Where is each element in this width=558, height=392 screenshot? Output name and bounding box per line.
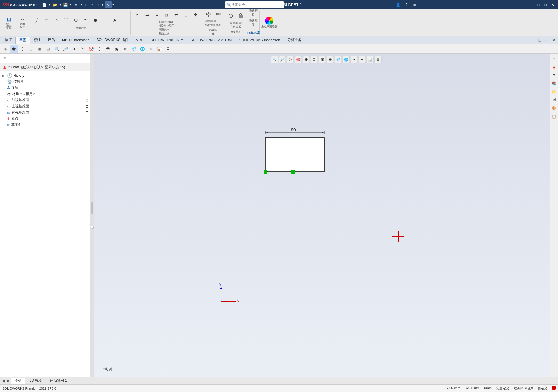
tree-item-history[interactable]: ▶ 🕐 History <box>0 73 90 78</box>
linear-array-button[interactable]: ⊞ <box>181 10 191 19</box>
quick-snap-button[interactable]: 快速捕捉 <box>249 8 258 17</box>
display-mode-button[interactable]: 📊 <box>155 45 164 53</box>
linear-pattern-button[interactable] <box>213 9 223 19</box>
zoom-area-button[interactable]: ⊟ <box>44 45 52 53</box>
pan-button[interactable]: ✥ <box>70 45 78 53</box>
mirror-button[interactable]: ⇌ <box>172 10 181 19</box>
maximize-panel-button[interactable]: ⊟ <box>543 2 549 8</box>
view-sel-button[interactable]: 🎯 <box>295 56 302 63</box>
tab-mbd-dim[interactable]: MBD Dimensions <box>58 37 93 44</box>
plane-button[interactable]: ⬚ <box>120 15 129 25</box>
print-dropdown[interactable]: ▼ <box>80 4 83 6</box>
mirror-entities-button[interactable] <box>204 9 213 19</box>
fix-sketch-button[interactable] <box>236 11 245 21</box>
zoom-previous-button[interactable]: ⊡ <box>27 45 35 53</box>
open-button[interactable]: 📂 <box>51 1 58 8</box>
ellipse-button[interactable]: ⬮ <box>91 15 100 25</box>
print-button[interactable]: 🖨 <box>73 1 80 8</box>
hide-show-button[interactable]: ◉ <box>112 45 121 53</box>
cursor-button[interactable]: ↖ <box>105 1 112 8</box>
nav-right-button[interactable]: ▶ <box>6 378 10 384</box>
scene-button[interactable]: ☀ <box>147 45 155 53</box>
shadows-vp-button[interactable]: 🌐 <box>342 56 350 63</box>
tab-analysis[interactable]: 分析准备 <box>284 37 305 44</box>
shadows-button[interactable]: 🌐 <box>138 45 146 53</box>
move-button[interactable]: ✥ <box>191 10 200 19</box>
tab-markup[interactable]: 标注 <box>30 37 44 44</box>
tab-close-button[interactable]: ✕ <box>551 37 557 43</box>
select-filter-button[interactable]: ⊕ <box>1 45 9 53</box>
orient-view-button[interactable]: ⬢ <box>303 56 310 63</box>
tab-sw-cam-tbm[interactable]: SOLIDWORKS CAM TBM <box>187 37 235 44</box>
new-button[interactable]: 📄 <box>41 1 48 8</box>
appearance-rt-button[interactable]: ▣ <box>551 64 557 70</box>
appearance-button[interactable] <box>265 17 273 25</box>
select-button[interactable]: ⬟ <box>10 45 18 53</box>
file-explorer-button[interactable]: 📁 <box>551 88 557 95</box>
canvas[interactable]: 🔍 🔎 ⬡ 🎯 ⬢ ⊡ ▣ ◉ 💎 🌐 ☀ ✦ 📊 🖥 <box>94 54 558 377</box>
zoom-previous-vp-button[interactable]: 🔍 <box>271 56 278 63</box>
new-dropdown[interactable]: ▼ <box>48 4 51 6</box>
model-tab[interactable]: 模型 <box>11 378 25 384</box>
edit-appear-button[interactable]: 💎 <box>335 56 342 63</box>
3d-view-tab[interactable]: 3D 视图 <box>26 378 46 384</box>
zoom-extents-button[interactable]: ⊞ <box>35 45 44 53</box>
tree-item-sensors[interactable]: 📡 传感器 <box>0 78 90 85</box>
std-views-button[interactable]: ⬡ <box>95 45 104 53</box>
spline-button[interactable]: 〜 <box>81 15 90 25</box>
scene-vp-button[interactable]: ☀ <box>350 56 358 63</box>
text-button[interactable]: A <box>110 15 120 25</box>
show-relations-button[interactable] <box>226 11 236 21</box>
circle-button[interactable]: ○ <box>52 15 61 25</box>
zoom-in-button[interactable]: 🔍 <box>53 45 61 53</box>
options-icon[interactable]: ⊞ <box>411 1 418 8</box>
right-plane-expand-btn[interactable]: ⊡ <box>86 111 89 115</box>
tree-item-right-plane[interactable]: ▭ 右视基准面 ⊡ <box>0 109 90 116</box>
nav-left-button[interactable]: ◀ <box>1 378 5 384</box>
task-pane-button[interactable]: ⊞ <box>551 55 557 62</box>
tab-features[interactable]: 特征 <box>1 37 15 44</box>
view-palette-button[interactable]: 🖼 <box>551 97 557 103</box>
restore-button[interactable]: □ <box>536 2 541 8</box>
view-display-button[interactable]: 👁 <box>104 45 112 53</box>
open-dropdown[interactable]: ▼ <box>59 4 61 6</box>
appearances-rt2-button[interactable]: 🎨 <box>551 105 557 111</box>
line-button[interactable]: ╱ <box>32 15 42 25</box>
tab-sw-cam[interactable]: SOLIDWORKS CAM <box>147 37 187 44</box>
hide-show-vp-button[interactable]: ◉ <box>327 56 334 63</box>
save-dropdown[interactable]: ▼ <box>70 4 72 6</box>
tree-item-origin[interactable]: ✛ 原点 ⊡ <box>0 116 90 122</box>
view-orient-button[interactable]: 🎯 <box>87 45 95 53</box>
tree-item-annotations[interactable]: A 注解 <box>0 85 90 91</box>
equal-button[interactable]: ≡ <box>152 10 161 19</box>
design-library-button[interactable]: 📚 <box>551 80 557 87</box>
home-button[interactable]: ⌂ <box>33 1 40 8</box>
custom-property-button[interactable]: 📋 <box>551 113 557 120</box>
user-icon[interactable]: 👤 <box>395 1 401 8</box>
collapse-button[interactable] <box>91 226 94 229</box>
trim-button[interactable]: ✂ <box>133 10 142 19</box>
corner-rect-button[interactable]: ▭ <box>42 15 51 25</box>
select2-button[interactable]: ⬡ <box>18 45 27 53</box>
motion-tab[interactable]: 运动算例 1 <box>46 378 71 384</box>
tab-mbd[interactable]: MBD <box>132 37 147 44</box>
tree-item-sketch6[interactable]: ✏ 草图6 <box>0 122 90 128</box>
view-disp-button[interactable]: ▣ <box>319 56 326 63</box>
rotate-button[interactable]: ⟳ <box>78 45 87 53</box>
undo-button[interactable]: ↩ <box>83 1 90 8</box>
tab-expand-button[interactable]: □ <box>537 37 543 43</box>
smart-dim-button[interactable]: ↔ 智能尺寸 <box>16 16 29 29</box>
tab-evaluate[interactable]: 评估 <box>44 37 58 44</box>
zoom-extents-vp-button[interactable]: 🔎 <box>279 56 286 63</box>
top-plane-expand-btn[interactable]: ⊡ <box>86 104 89 109</box>
convert-button[interactable]: ⇄ <box>142 10 152 19</box>
tab-sw-inspection[interactable]: SOLIDWORKS Inspection <box>235 37 283 44</box>
exit-sketch-button[interactable]: ⊠ 退出草图 <box>2 16 15 29</box>
screen-vp-button[interactable]: 🖥 <box>374 56 381 63</box>
redo-dropdown[interactable]: ▼ <box>102 4 104 6</box>
tree-item-material[interactable]: ⚙ 材质 <未指定> <box>0 91 90 97</box>
offset-button[interactable]: ⊡ <box>162 10 171 19</box>
help-icon[interactable]: ? <box>403 1 409 8</box>
status-indicator[interactable] <box>552 386 556 390</box>
point-button[interactable]: · <box>100 15 110 25</box>
